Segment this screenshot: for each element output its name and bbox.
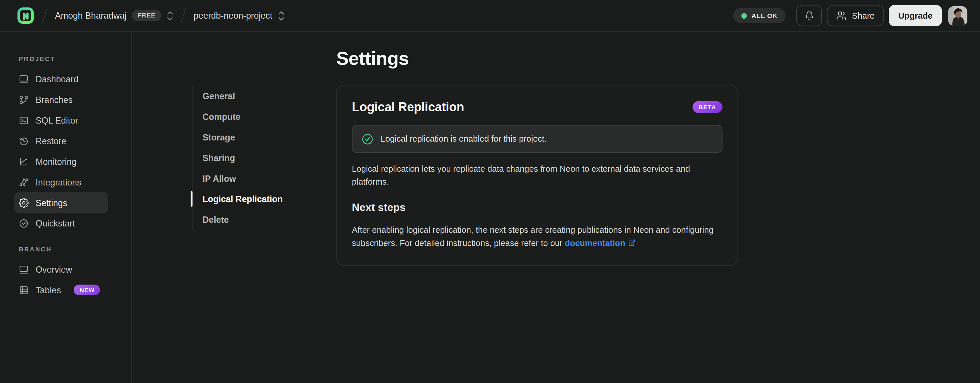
settings-nav-delete[interactable]: Delete xyxy=(192,209,293,229)
external-link-icon xyxy=(628,237,636,250)
upgrade-label: Upgrade xyxy=(898,11,932,21)
chevron-updown-icon xyxy=(278,10,284,21)
status-text: ALL OK xyxy=(751,12,778,19)
settings-nav-sharing[interactable]: Sharing xyxy=(192,147,293,168)
sidebar-section-branch: BRANCH xyxy=(19,246,131,253)
share-users-icon xyxy=(837,11,846,21)
user-avatar[interactable] xyxy=(948,6,967,25)
restore-icon xyxy=(19,136,29,146)
logical-replication-card: Logical Replication BETA Logical replica… xyxy=(336,85,738,266)
sidebar-item-settings[interactable]: Settings xyxy=(14,192,108,213)
overview-icon xyxy=(19,264,29,274)
sidebar-item-label: Monitoring xyxy=(36,156,76,166)
next-steps-text: After enabling logical replication, the … xyxy=(352,223,722,250)
org-breadcrumb-button[interactable]: Amogh Bharadwaj FREE xyxy=(55,10,173,21)
next-steps-text-body: After enabling logical replication, the … xyxy=(352,225,714,248)
neon-logo-icon[interactable] xyxy=(17,7,35,24)
check-circle-icon xyxy=(361,133,374,146)
card-header: Logical Replication BETA xyxy=(352,100,722,114)
sidebar: PROJECT Dashboard Branches xyxy=(0,32,132,383)
beta-badge: BETA xyxy=(692,101,722,113)
sidebar-item-branches[interactable]: Branches xyxy=(14,89,108,110)
breadcrumb-divider xyxy=(181,8,186,24)
new-badge: NEW xyxy=(74,284,100,295)
gear-icon xyxy=(19,198,29,207)
alert-text: Logical replication is enabled for this … xyxy=(381,134,547,144)
settings-nav-storage[interactable]: Storage xyxy=(192,127,293,147)
success-alert: Logical replication is enabled for this … xyxy=(352,125,722,153)
neon-console: Amogh Bharadwaj FREE peerdb-neon-project… xyxy=(0,0,980,383)
sidebar-item-label: Integrations xyxy=(36,177,81,187)
chevron-updown-icon xyxy=(167,10,173,21)
check-circle-icon xyxy=(19,218,29,228)
sidebar-item-label: Restore xyxy=(36,136,66,146)
next-steps-title: Next steps xyxy=(352,201,722,214)
notifications-button[interactable] xyxy=(796,5,822,26)
settings-nav-general[interactable]: General xyxy=(192,85,293,106)
org-name: Amogh Bharadwaj xyxy=(55,11,127,21)
status-dot-icon xyxy=(741,13,747,19)
plan-badge: FREE xyxy=(132,10,161,21)
branches-icon xyxy=(19,95,29,104)
sidebar-item-tables[interactable]: Tables NEW xyxy=(14,280,108,300)
sidebar-item-sql-editor[interactable]: SQL Editor xyxy=(14,110,108,130)
sidebar-item-label: SQL Editor xyxy=(36,115,78,125)
sidebar-item-label: Quickstart xyxy=(36,218,75,228)
sidebar-item-integrations[interactable]: Integrations xyxy=(14,172,108,192)
sidebar-item-label: Dashboard xyxy=(36,74,78,84)
dashboard-icon xyxy=(19,74,29,84)
breadcrumb-divider xyxy=(42,8,48,24)
share-button[interactable]: Share xyxy=(827,5,884,26)
settings-nav: General Compute Storage Sharing IP Allow… xyxy=(192,85,293,229)
sidebar-item-label: Branches xyxy=(36,95,73,104)
project-breadcrumb-button[interactable]: peerdb-neon-project xyxy=(194,10,284,21)
sidebar-item-restore[interactable]: Restore xyxy=(14,130,108,151)
sql-editor-icon xyxy=(19,115,29,125)
sidebar-item-dashboard[interactable]: Dashboard xyxy=(14,69,108,89)
sidebar-item-label: Settings xyxy=(36,198,67,207)
bell-icon xyxy=(804,10,815,21)
top-header: Amogh Bharadwaj FREE peerdb-neon-project… xyxy=(0,0,980,32)
status-badge[interactable]: ALL OK xyxy=(733,8,786,23)
settings-nav-ip-allow[interactable]: IP Allow xyxy=(192,168,293,188)
upgrade-button[interactable]: Upgrade xyxy=(889,5,942,26)
documentation-link[interactable]: documentation xyxy=(565,239,625,248)
project-name: peerdb-neon-project xyxy=(194,11,272,21)
sidebar-section-project: PROJECT xyxy=(19,55,131,62)
sidebar-item-label: Overview xyxy=(36,264,72,274)
sidebar-item-label: Tables xyxy=(36,285,61,295)
page-title: Settings xyxy=(336,48,738,70)
description-text: Logical replication lets you replicate d… xyxy=(352,162,722,188)
main-content: Settings Logical Replication BETA Logica… xyxy=(336,48,738,266)
sidebar-item-overview[interactable]: Overview xyxy=(14,259,108,280)
share-label: Share xyxy=(852,11,874,21)
integrations-icon xyxy=(19,177,29,187)
settings-nav-compute[interactable]: Compute xyxy=(192,106,293,127)
tables-icon xyxy=(19,285,29,295)
card-title: Logical Replication xyxy=(352,100,464,114)
monitoring-icon xyxy=(19,156,29,166)
sidebar-item-quickstart[interactable]: Quickstart xyxy=(14,213,108,233)
settings-nav-logical-replication[interactable]: Logical Replication xyxy=(192,188,293,209)
sidebar-item-monitoring[interactable]: Monitoring xyxy=(14,151,108,172)
